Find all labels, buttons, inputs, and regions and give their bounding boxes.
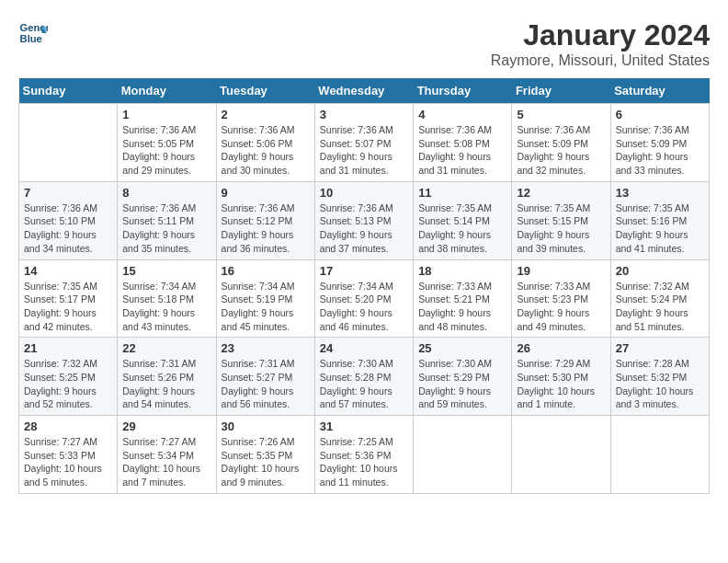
calendar-cell: 22Sunrise: 7:31 AM Sunset: 5:26 PM Dayli… (118, 338, 216, 416)
day-info: Sunrise: 7:36 AM Sunset: 5:09 PM Dayligh… (517, 123, 605, 178)
day-number: 23 (222, 341, 310, 355)
calendar-cell: 5Sunrise: 7:36 AM Sunset: 5:09 PM Daylig… (512, 104, 610, 182)
day-number: 26 (517, 341, 605, 355)
day-number: 22 (122, 341, 210, 355)
calendar-week-4: 21Sunrise: 7:32 AM Sunset: 5:25 PM Dayli… (19, 338, 710, 416)
calendar-cell (512, 416, 610, 494)
day-info: Sunrise: 7:33 AM Sunset: 5:23 PM Dayligh… (517, 280, 605, 334)
day-number: 4 (418, 108, 506, 121)
day-info: Sunrise: 7:27 AM Sunset: 5:33 PM Dayligh… (24, 435, 112, 489)
calendar-cell: 31Sunrise: 7:25 AM Sunset: 5:36 PM Dayli… (314, 416, 413, 494)
day-info: Sunrise: 7:36 AM Sunset: 5:09 PM Dayligh… (616, 123, 704, 178)
calendar-header-row: Sunday Monday Tuesday Wednesday Thursday… (19, 78, 710, 104)
day-info: Sunrise: 7:36 AM Sunset: 5:08 PM Dayligh… (418, 123, 506, 178)
day-number: 30 (222, 419, 310, 433)
day-number: 18 (418, 264, 506, 278)
day-info: Sunrise: 7:36 AM Sunset: 5:07 PM Dayligh… (320, 123, 408, 178)
header-monday: Monday (118, 78, 216, 104)
day-info: Sunrise: 7:36 AM Sunset: 5:06 PM Dayligh… (222, 123, 310, 178)
day-number: 8 (122, 186, 210, 200)
day-number: 9 (222, 186, 310, 200)
day-number: 12 (517, 186, 605, 200)
calendar-cell: 10Sunrise: 7:36 AM Sunset: 5:13 PM Dayli… (314, 181, 413, 259)
calendar-cell: 17Sunrise: 7:34 AM Sunset: 5:20 PM Dayli… (314, 259, 413, 338)
calendar-cell: 29Sunrise: 7:27 AM Sunset: 5:34 PM Dayli… (118, 416, 216, 494)
calendar-week-5: 28Sunrise: 7:27 AM Sunset: 5:33 PM Dayli… (19, 416, 710, 494)
day-info: Sunrise: 7:36 AM Sunset: 5:13 PM Dayligh… (320, 201, 408, 256)
day-info: Sunrise: 7:36 AM Sunset: 5:11 PM Dayligh… (122, 201, 210, 256)
day-number: 28 (24, 419, 112, 433)
calendar-cell: 2Sunrise: 7:36 AM Sunset: 5:06 PM Daylig… (216, 104, 314, 182)
calendar-cell: 20Sunrise: 7:32 AM Sunset: 5:24 PM Dayli… (610, 259, 709, 338)
header-tuesday: Tuesday (216, 78, 314, 104)
calendar-cell: 3Sunrise: 7:36 AM Sunset: 5:07 PM Daylig… (314, 104, 413, 182)
calendar-cell: 13Sunrise: 7:35 AM Sunset: 5:16 PM Dayli… (610, 181, 709, 259)
header-saturday: Saturday (610, 78, 709, 104)
day-number: 25 (418, 341, 506, 355)
day-info: Sunrise: 7:32 AM Sunset: 5:25 PM Dayligh… (24, 357, 112, 411)
page-subtitle: Raymore, Missouri, United States (491, 52, 710, 69)
day-info: Sunrise: 7:35 AM Sunset: 5:15 PM Dayligh… (517, 201, 605, 256)
svg-text:Blue: Blue (20, 33, 42, 44)
day-number: 24 (320, 341, 408, 355)
calendar-cell: 8Sunrise: 7:36 AM Sunset: 5:11 PM Daylig… (118, 181, 216, 259)
calendar-cell: 18Sunrise: 7:33 AM Sunset: 5:21 PM Dayli… (414, 259, 512, 338)
day-number: 6 (616, 108, 704, 121)
calendar-cell: 7Sunrise: 7:36 AM Sunset: 5:10 PM Daylig… (19, 181, 118, 259)
day-number: 29 (122, 419, 210, 433)
day-number: 3 (320, 108, 408, 121)
day-number: 17 (320, 264, 408, 278)
page-title: January 2024 (491, 18, 710, 52)
day-number: 27 (616, 341, 704, 355)
calendar-cell: 27Sunrise: 7:28 AM Sunset: 5:32 PM Dayli… (610, 338, 709, 416)
title-area: January 2024 Raymore, Missouri, United S… (491, 18, 710, 69)
day-number: 21 (24, 341, 112, 355)
calendar-cell: 26Sunrise: 7:29 AM Sunset: 5:30 PM Dayli… (512, 338, 610, 416)
calendar-cell: 28Sunrise: 7:27 AM Sunset: 5:33 PM Dayli… (19, 416, 118, 494)
day-number: 14 (24, 264, 112, 278)
day-info: Sunrise: 7:36 AM Sunset: 5:12 PM Dayligh… (222, 201, 310, 256)
day-number: 16 (222, 264, 310, 278)
calendar-cell (19, 104, 118, 182)
day-number: 20 (616, 264, 704, 278)
calendar-cell: 14Sunrise: 7:35 AM Sunset: 5:17 PM Dayli… (19, 259, 118, 338)
header-sunday: Sunday (19, 78, 118, 104)
day-number: 5 (517, 108, 605, 121)
calendar-week-2: 7Sunrise: 7:36 AM Sunset: 5:10 PM Daylig… (19, 181, 710, 259)
day-number: 1 (122, 108, 210, 121)
calendar-cell: 1Sunrise: 7:36 AM Sunset: 5:05 PM Daylig… (118, 104, 216, 182)
day-info: Sunrise: 7:25 AM Sunset: 5:36 PM Dayligh… (320, 435, 408, 489)
calendar-cell: 24Sunrise: 7:30 AM Sunset: 5:28 PM Dayli… (314, 338, 413, 416)
calendar-cell: 25Sunrise: 7:30 AM Sunset: 5:29 PM Dayli… (414, 338, 512, 416)
day-info: Sunrise: 7:34 AM Sunset: 5:19 PM Dayligh… (222, 280, 310, 334)
calendar-cell: 4Sunrise: 7:36 AM Sunset: 5:08 PM Daylig… (414, 104, 512, 182)
day-info: Sunrise: 7:33 AM Sunset: 5:21 PM Dayligh… (418, 280, 506, 334)
day-info: Sunrise: 7:34 AM Sunset: 5:18 PM Dayligh… (122, 280, 210, 334)
day-number: 15 (122, 264, 210, 278)
day-info: Sunrise: 7:36 AM Sunset: 5:10 PM Dayligh… (24, 201, 112, 256)
calendar-table: Sunday Monday Tuesday Wednesday Thursday… (18, 78, 710, 494)
day-info: Sunrise: 7:35 AM Sunset: 5:17 PM Dayligh… (24, 280, 112, 334)
calendar-cell: 30Sunrise: 7:26 AM Sunset: 5:35 PM Dayli… (216, 416, 314, 494)
day-info: Sunrise: 7:35 AM Sunset: 5:14 PM Dayligh… (418, 201, 506, 256)
day-info: Sunrise: 7:31 AM Sunset: 5:26 PM Dayligh… (122, 357, 210, 411)
calendar-cell: 21Sunrise: 7:32 AM Sunset: 5:25 PM Dayli… (19, 338, 118, 416)
day-number: 2 (222, 108, 310, 121)
calendar-cell: 11Sunrise: 7:35 AM Sunset: 5:14 PM Dayli… (414, 181, 512, 259)
calendar-cell: 15Sunrise: 7:34 AM Sunset: 5:18 PM Dayli… (118, 259, 216, 338)
calendar-week-1: 1Sunrise: 7:36 AM Sunset: 5:05 PM Daylig… (19, 104, 710, 182)
day-info: Sunrise: 7:28 AM Sunset: 5:32 PM Dayligh… (616, 357, 704, 411)
day-number: 10 (320, 186, 408, 200)
day-info: Sunrise: 7:26 AM Sunset: 5:35 PM Dayligh… (222, 435, 310, 489)
calendar-week-3: 14Sunrise: 7:35 AM Sunset: 5:17 PM Dayli… (19, 259, 710, 338)
day-info: Sunrise: 7:32 AM Sunset: 5:24 PM Dayligh… (616, 280, 704, 334)
day-number: 19 (517, 264, 605, 278)
header: General Blue January 2024 Raymore, Misso… (18, 18, 710, 69)
calendar-cell: 9Sunrise: 7:36 AM Sunset: 5:12 PM Daylig… (216, 181, 314, 259)
day-info: Sunrise: 7:35 AM Sunset: 5:16 PM Dayligh… (616, 201, 704, 256)
day-info: Sunrise: 7:30 AM Sunset: 5:28 PM Dayligh… (320, 357, 408, 411)
header-wednesday: Wednesday (314, 78, 413, 104)
day-number: 7 (24, 186, 112, 200)
calendar-cell (610, 416, 709, 494)
calendar-cell (414, 416, 512, 494)
